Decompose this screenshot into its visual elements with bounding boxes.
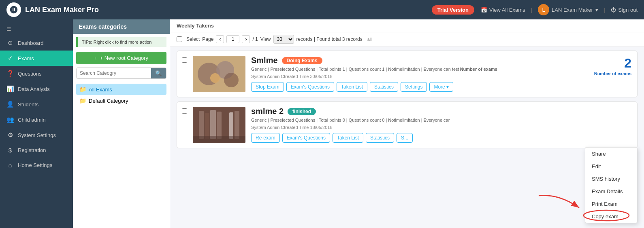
more-button[interactable]: More ▾ — [429, 82, 453, 92]
content-area: Exams categories TIPs: Right click to fi… — [73, 19, 644, 228]
sidebar: ☰ ⊙ Dashboard ✓ Exams ❓ Questions 📊 Data… — [0, 19, 73, 228]
page-number-input[interactable] — [226, 35, 239, 43]
settings-button-2[interactable]: S... — [397, 133, 413, 143]
sidebar-item-system-settings[interactable]: ⚙ System Settings — [0, 127, 73, 143]
logo-icon — [6, 2, 21, 17]
pagination-bar: Select Page ‹ › / 1 View 30 50 100 recor… — [170, 32, 644, 46]
exam-2-title: smlme 2 — [251, 107, 284, 116]
dashboard-icon: ⊙ — [6, 39, 14, 46]
exams-main: Weekly Takens Select Page ‹ › / 1 View 3… — [170, 19, 644, 228]
exam-card-1: Smlme Doing Exams Generic | Preselected … — [177, 51, 638, 97]
statistics-button-1[interactable]: Statistics — [370, 82, 398, 92]
folder-icon-all: 📁 — [79, 86, 86, 93]
re-exam-button[interactable]: Re-exam — [251, 133, 280, 143]
exam-1-footer: System Admin Ctreated Time 30/05/2018 — [251, 74, 632, 79]
sidebar-label-questions: Questions — [18, 71, 42, 77]
exam-2-thumbnail — [193, 107, 245, 143]
exam-1-meta: Generic | Preselected Questions | Total … — [251, 67, 632, 72]
exam-1-info: Smlme Doing Exams Generic | Preselected … — [251, 56, 632, 92]
svg-point-4 — [210, 73, 220, 83]
exams-icon: ✓ — [6, 55, 14, 62]
select-label: Select — [186, 36, 200, 42]
statistics-button-2[interactable]: Statistics — [366, 133, 394, 143]
categories-header: Exams categories — [73, 19, 170, 34]
sidebar-label-data-analysis: Data Analysis — [18, 86, 50, 92]
arrow-annotation — [535, 192, 583, 216]
records-label: records | Found total 3 records — [296, 36, 363, 42]
dropdown-item-copy-exam[interactable]: Copy exam — [585, 210, 637, 223]
students-icon: 👤 — [6, 101, 14, 108]
category-search-input[interactable] — [77, 68, 151, 78]
dropdown-item-exam-details[interactable]: Exam Details — [585, 185, 637, 198]
category-item-default[interactable]: 📁 Default Category — [76, 95, 166, 106]
exam-2-info: smlme 2 finished Generic | Preselected Q… — [251, 107, 632, 143]
sidebar-item-exams[interactable]: ✓ Exams — [0, 51, 73, 66]
next-page-button[interactable]: › — [242, 35, 250, 43]
sidebar-item-students[interactable]: 👤 Students — [0, 97, 73, 112]
exam-1-number: 2 — [624, 56, 631, 71]
sidebar-label-registration: Registration — [18, 147, 46, 153]
dropdown-item-edit[interactable]: Edit — [585, 160, 637, 173]
sidebar-label-system-settings: System Settings — [18, 132, 56, 138]
stop-exam-button[interactable]: Stop Exam — [251, 82, 284, 92]
page-total: / 1 — [252, 36, 258, 42]
data-analysis-icon: 📊 — [6, 85, 14, 93]
svg-rect-8 — [210, 110, 216, 139]
power-icon: ⏻ — [611, 7, 616, 13]
sidebar-item-data-analysis[interactable]: 📊 Data Analysis — [0, 81, 73, 97]
exam-questions-button-2[interactable]: Exam's Questions — [282, 133, 330, 143]
category-list: 📁 All Exams 📁 Default Category — [73, 82, 170, 108]
svg-rect-10 — [223, 109, 228, 139]
user-menu[interactable]: L LAN Exam Maker ▾ — [538, 4, 598, 15]
prev-page-button[interactable]: ‹ — [216, 35, 224, 43]
svg-rect-7 — [205, 113, 209, 139]
view-all-exams-link[interactable]: 📅 View All Exams — [481, 7, 525, 13]
exam-2-actions: Re-exam Exam's Questions Taken List Stat… — [251, 133, 632, 143]
categories-panel: Exams categories TIPs: Right click to fi… — [73, 19, 170, 228]
topnav-actions: 📅 View All Exams | L LAN Exam Maker ▾ | … — [481, 4, 638, 15]
top-nav: LAN Exam Maker Pro Trial Version 📅 View … — [0, 0, 644, 19]
exam-card-2: smlme 2 finished Generic | Preselected Q… — [177, 101, 638, 148]
sidebar-item-dashboard[interactable]: ⊙ Dashboard — [0, 35, 73, 51]
plus-icon: + — [94, 55, 98, 61]
dropdown-item-share[interactable]: Share — [585, 148, 637, 160]
exam-2-footer: System Admin Ctreated Time 18/05/2018 — [251, 125, 632, 130]
view-label: View — [260, 36, 271, 42]
hamburger-icon[interactable]: ☰ — [0, 23, 73, 35]
svg-rect-11 — [229, 112, 233, 139]
exam-2-meta: Generic | Preselected Questions | Total … — [251, 118, 632, 122]
exam-2-badge: finished — [288, 108, 316, 115]
sidebar-item-registration[interactable]: $ Registration — [0, 143, 73, 158]
exam-2-checkbox[interactable] — [182, 108, 187, 114]
category-item-all-exams[interactable]: 📁 All Exams — [76, 84, 166, 95]
category-label-all-exams: All Exams — [89, 87, 112, 93]
exam-questions-button-1[interactable]: Exam's Questions — [286, 82, 334, 92]
new-root-category-button[interactable]: + + New root Category — [76, 52, 166, 64]
category-search-button[interactable]: 🔍 — [151, 68, 166, 78]
exam-1-actions: Stop Exam Exam's Questions Taken List St… — [251, 82, 632, 92]
app-logo: LAN Exam Maker Pro — [6, 2, 99, 17]
dropdown-item-sms-history[interactable]: SMS history — [585, 173, 637, 185]
user-avatar: L — [538, 4, 549, 15]
folder-icon-default: 📁 — [79, 97, 86, 104]
dropdown-item-print-exam[interactable]: Print Exam — [585, 198, 637, 210]
registration-icon: $ — [6, 147, 14, 154]
settings-button-1[interactable]: Settings — [401, 82, 427, 92]
view-select[interactable]: 30 50 100 — [273, 35, 294, 44]
category-search-box: 🔍 — [76, 68, 166, 79]
more-dropdown-menu: Share Edit SMS history Exam Details Prin… — [585, 147, 638, 223]
taken-list-button-2[interactable]: Taken List — [333, 133, 363, 143]
weekly-bar: Weekly Takens — [170, 19, 644, 32]
sidebar-item-home-settings[interactable]: ⌂ Home Settings — [0, 158, 73, 173]
select-all-checkbox[interactable] — [177, 36, 182, 42]
trial-badge: Trial Version — [432, 5, 474, 15]
sidebar-label-home-settings: Home Settings — [18, 162, 52, 168]
svg-point-3 — [224, 73, 239, 87]
taken-list-button-1[interactable]: Taken List — [337, 82, 367, 92]
sign-out-link[interactable]: ⏻ Sign out — [611, 7, 638, 13]
home-settings-icon: ⌂ — [6, 162, 14, 169]
main-layout: ☰ ⊙ Dashboard ✓ Exams ❓ Questions 📊 Data… — [0, 19, 644, 228]
sidebar-item-questions[interactable]: ❓ Questions — [0, 66, 73, 81]
exam-1-checkbox[interactable] — [182, 57, 187, 63]
sidebar-item-child-admin[interactable]: 👥 Child admin — [0, 112, 73, 127]
